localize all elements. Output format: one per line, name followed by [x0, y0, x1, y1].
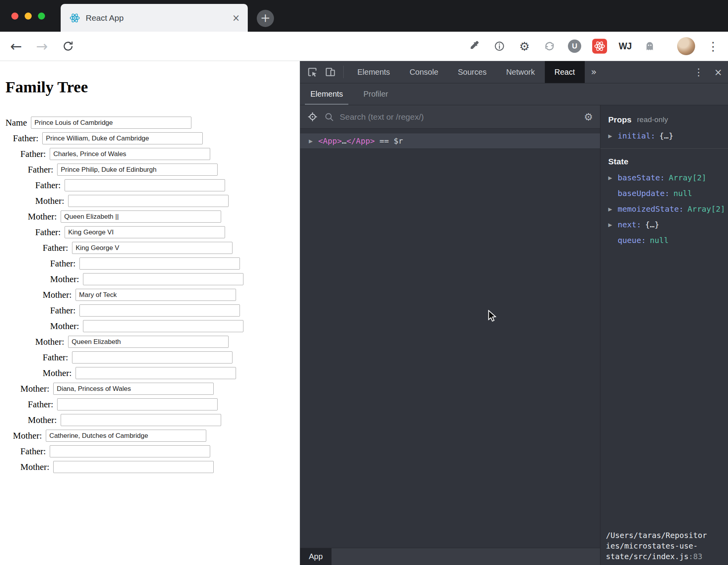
person-input[interactable] — [68, 195, 229, 207]
reload-button[interactable] — [62, 40, 74, 52]
source-path[interactable]: /Users/taras/Repositories/microstates-us… — [606, 530, 709, 562]
settings-gear-icon[interactable]: ⚙ — [584, 111, 593, 123]
devtools-menu-icon[interactable]: ⋮ — [689, 61, 708, 83]
state-header: State — [600, 153, 728, 170]
sidebar-divider — [600, 148, 728, 149]
person-label: Mother: — [35, 337, 64, 347]
devtools-tab-sources[interactable]: Sources — [448, 61, 496, 83]
expand-arrow-icon[interactable]: ▶ — [608, 222, 618, 228]
traffic-light-zoom[interactable] — [38, 13, 45, 20]
traffic-light-minimize[interactable] — [25, 13, 32, 20]
select-component-icon[interactable] — [307, 112, 318, 122]
expand-arrow-icon[interactable]: ▶ — [608, 206, 618, 212]
forward-button[interactable]: → — [36, 38, 48, 54]
breadcrumb-bar: App — [300, 548, 600, 565]
person-input[interactable] — [72, 351, 232, 363]
tree-row-app[interactable]: ▶ <App>…</App> == $r — [300, 133, 600, 148]
person-input[interactable] — [76, 367, 236, 379]
person-input[interactable] — [72, 242, 232, 254]
person-row: Father: — [20, 148, 300, 160]
devtools-tab-react[interactable]: React — [545, 61, 585, 83]
person-row: Name — [5, 117, 300, 129]
person-row: Mother: — [28, 211, 300, 223]
person-input[interactable] — [65, 179, 225, 191]
person-input[interactable] — [57, 398, 218, 410]
person-label: Father: — [28, 399, 53, 410]
person-input[interactable] — [65, 226, 225, 238]
person-row: Father: — [13, 132, 300, 144]
devtools-tab-elements[interactable]: Elements — [348, 61, 400, 83]
expand-arrow-icon[interactable]: ▶ — [309, 138, 318, 144]
person-input[interactable] — [83, 320, 243, 332]
person-label: Father: — [43, 353, 68, 363]
tab-close-icon[interactable]: × — [232, 13, 240, 23]
inspect-element-icon[interactable] — [303, 61, 321, 83]
expand-arrow-icon[interactable]: ▶ — [608, 175, 618, 181]
mouse-cursor — [488, 310, 498, 322]
app-node-code: <App>…</App> == $r — [318, 136, 403, 146]
person-input[interactable] — [42, 132, 203, 144]
device-toolbar-icon[interactable] — [321, 61, 339, 83]
search-icon — [324, 112, 334, 122]
person-row: Father: — [50, 304, 300, 317]
person-row: Mother: — [43, 367, 300, 379]
page-title: Family Tree — [5, 77, 300, 96]
person-input[interactable] — [83, 273, 243, 285]
wj-extension-icon[interactable]: WJ — [619, 41, 632, 52]
devtools-tab-console[interactable]: Console — [400, 61, 448, 83]
person-input[interactable] — [79, 304, 240, 317]
back-button[interactable]: ← — [10, 38, 22, 54]
page-content: Family Tree NameFather:Father:Father:Fat… — [0, 61, 300, 565]
family-form: NameFather:Father:Father:Father:Mother:M… — [0, 117, 300, 473]
component-search-input[interactable] — [340, 112, 584, 122]
person-input[interactable] — [61, 211, 221, 223]
person-input[interactable] — [50, 445, 210, 457]
refresh-extension-icon[interactable] — [544, 41, 555, 52]
person-input[interactable] — [76, 289, 236, 301]
person-label: Father: — [35, 227, 61, 238]
devtools-close-icon[interactable]: × — [708, 61, 728, 83]
ghost-extension-icon[interactable] — [644, 41, 655, 52]
profile-avatar[interactable] — [677, 37, 695, 55]
person-input[interactable] — [53, 461, 214, 473]
state-row-next: ▶ next: {…} — [600, 217, 728, 232]
person-row: Father: — [28, 398, 300, 410]
person-input[interactable] — [46, 430, 206, 442]
u-extension-icon[interactable]: U — [568, 40, 581, 53]
person-label: Father: — [50, 306, 76, 316]
person-input[interactable] — [68, 336, 229, 348]
gear-extension-icon[interactable]: ⚙ — [519, 40, 530, 53]
person-label: Mother: — [13, 431, 42, 441]
devtools-tab-network[interactable]: Network — [496, 61, 544, 83]
person-input[interactable] — [53, 383, 214, 395]
person-input[interactable] — [61, 414, 221, 426]
react-tab-elements[interactable]: Elements — [300, 83, 353, 105]
person-input[interactable] — [31, 117, 191, 129]
react-devtools-extension-icon[interactable] — [592, 39, 607, 54]
person-label: Father: — [50, 259, 76, 269]
person-input[interactable] — [79, 257, 240, 270]
component-details-sidebar: Props read-only ▶ initial: {…} State ▶ b… — [600, 105, 728, 565]
person-row: Mother: — [35, 336, 300, 348]
state-row-basestate: ▶ baseState: Array[2] — [600, 170, 728, 185]
devtools-panel: Elements Console Sources Network React »… — [300, 61, 728, 565]
react-tab-profiler[interactable]: Profiler — [353, 83, 398, 105]
person-row: Father: — [35, 179, 300, 191]
breadcrumb-app[interactable]: App — [300, 548, 332, 565]
more-tabs-icon[interactable]: » — [585, 61, 603, 83]
person-label: Mother: — [50, 274, 79, 284]
person-row: Mother: — [20, 383, 300, 395]
person-input[interactable] — [57, 164, 218, 176]
person-row: Mother: — [43, 289, 300, 301]
eyedropper-extension-icon[interactable] — [469, 41, 480, 52]
info-extension-icon[interactable] — [494, 41, 505, 52]
props-readonly-badge: read-only — [637, 115, 668, 124]
person-label: Father: — [35, 180, 61, 191]
browser-menu-icon[interactable]: ⋮ — [707, 40, 719, 53]
devtools-tabbar: Elements Console Sources Network React »… — [300, 61, 728, 83]
expand-arrow-icon[interactable]: ▶ — [608, 133, 618, 139]
traffic-light-close[interactable] — [11, 13, 18, 20]
person-input[interactable] — [50, 148, 210, 160]
new-tab-button[interactable]: + — [257, 10, 274, 27]
browser-tab[interactable]: React App × — [61, 4, 248, 32]
